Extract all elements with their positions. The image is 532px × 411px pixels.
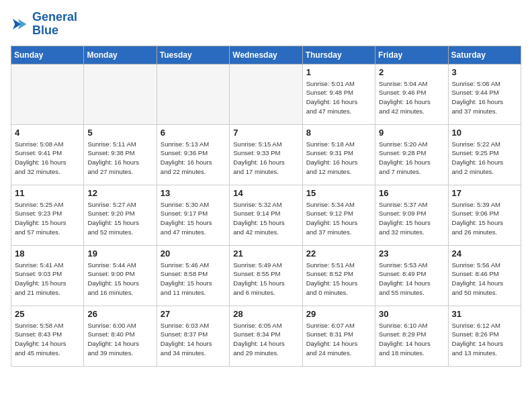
logo-text-line2: Blue [32, 24, 77, 38]
weekday-header: Saturday [448, 46, 521, 64]
day-info: Sunrise: 6:07 AM Sunset: 8:31 PM Dayligh… [306, 321, 371, 358]
day-cell: 30Sunrise: 6:10 AM Sunset: 8:29 PM Dayli… [375, 306, 448, 366]
day-info: Sunrise: 5:56 AM Sunset: 8:46 PM Dayligh… [452, 261, 517, 298]
day-number: 31 [452, 309, 517, 319]
weekday-header: Sunday [11, 46, 84, 64]
day-info: Sunrise: 5:37 AM Sunset: 9:09 PM Dayligh… [379, 200, 444, 237]
day-number: 25 [15, 309, 80, 319]
day-number: 16 [379, 188, 444, 198]
day-cell: 13Sunrise: 5:30 AM Sunset: 9:17 PM Dayli… [157, 185, 229, 245]
day-number: 18 [15, 248, 80, 259]
day-number: 1 [306, 67, 371, 77]
day-cell: 26Sunrise: 6:00 AM Sunset: 8:40 PM Dayli… [84, 306, 157, 366]
day-info: Sunrise: 5:32 AM Sunset: 9:14 PM Dayligh… [233, 200, 298, 237]
day-number: 8 [306, 128, 371, 138]
day-cell [157, 64, 229, 124]
day-number: 3 [452, 67, 517, 77]
day-info: Sunrise: 5:44 AM Sunset: 9:00 PM Dayligh… [87, 261, 152, 298]
day-number: 14 [233, 188, 298, 198]
day-info: Sunrise: 5:06 AM Sunset: 9:44 PM Dayligh… [452, 79, 517, 116]
day-info: Sunrise: 5:27 AM Sunset: 9:20 PM Dayligh… [87, 200, 152, 237]
day-cell: 15Sunrise: 5:34 AM Sunset: 9:12 PM Dayli… [302, 185, 375, 245]
day-number: 29 [306, 309, 371, 319]
day-cell: 3Sunrise: 5:06 AM Sunset: 9:44 PM Daylig… [448, 64, 521, 124]
day-info: Sunrise: 5:39 AM Sunset: 9:06 PM Dayligh… [452, 200, 517, 237]
day-cell: 31Sunrise: 6:12 AM Sunset: 8:26 PM Dayli… [448, 306, 521, 366]
page-header: General Blue [11, 11, 521, 38]
day-cell: 4Sunrise: 5:08 AM Sunset: 9:41 PM Daylig… [11, 124, 84, 185]
calendar-table: SundayMondayTuesdayWednesdayThursdayFrid… [11, 46, 521, 367]
day-info: Sunrise: 5:53 AM Sunset: 8:49 PM Dayligh… [379, 261, 444, 298]
day-info: Sunrise: 5:58 AM Sunset: 8:43 PM Dayligh… [15, 321, 80, 358]
logo-icon [11, 15, 30, 34]
day-number: 28 [233, 309, 298, 319]
day-cell: 14Sunrise: 5:32 AM Sunset: 9:14 PM Dayli… [230, 185, 302, 245]
day-number: 30 [379, 309, 444, 319]
day-cell: 29Sunrise: 6:07 AM Sunset: 8:31 PM Dayli… [302, 306, 375, 366]
day-cell: 8Sunrise: 5:18 AM Sunset: 9:31 PM Daylig… [302, 124, 375, 185]
weekday-header: Friday [375, 46, 448, 64]
day-number: 22 [306, 248, 371, 259]
day-info: Sunrise: 5:15 AM Sunset: 9:33 PM Dayligh… [233, 140, 298, 177]
logo-text-line1: General [32, 11, 77, 24]
day-info: Sunrise: 5:41 AM Sunset: 9:03 PM Dayligh… [15, 261, 80, 298]
day-number: 4 [15, 128, 80, 138]
day-cell: 27Sunrise: 6:03 AM Sunset: 8:37 PM Dayli… [157, 306, 229, 366]
weekday-header: Thursday [302, 46, 375, 64]
day-cell [11, 64, 84, 124]
day-info: Sunrise: 6:10 AM Sunset: 8:29 PM Dayligh… [379, 321, 444, 358]
day-cell: 7Sunrise: 5:15 AM Sunset: 9:33 PM Daylig… [230, 124, 302, 185]
day-number: 5 [87, 128, 152, 138]
day-cell: 18Sunrise: 5:41 AM Sunset: 9:03 PM Dayli… [11, 245, 84, 306]
day-cell: 17Sunrise: 5:39 AM Sunset: 9:06 PM Dayli… [448, 185, 521, 245]
day-cell: 9Sunrise: 5:20 AM Sunset: 9:28 PM Daylig… [375, 124, 448, 185]
day-number: 10 [452, 128, 517, 138]
day-info: Sunrise: 6:03 AM Sunset: 8:37 PM Dayligh… [161, 321, 226, 358]
day-number: 2 [379, 67, 444, 77]
day-number: 17 [452, 188, 517, 198]
day-cell: 16Sunrise: 5:37 AM Sunset: 9:09 PM Dayli… [375, 185, 448, 245]
day-number: 13 [161, 188, 226, 198]
week-row: 4Sunrise: 5:08 AM Sunset: 9:41 PM Daylig… [11, 124, 521, 185]
week-row: 11Sunrise: 5:25 AM Sunset: 9:23 PM Dayli… [11, 185, 521, 245]
day-info: Sunrise: 5:04 AM Sunset: 9:46 PM Dayligh… [379, 79, 444, 116]
day-cell: 22Sunrise: 5:51 AM Sunset: 8:52 PM Dayli… [302, 245, 375, 306]
day-number: 20 [161, 248, 226, 259]
day-cell: 19Sunrise: 5:44 AM Sunset: 9:00 PM Dayli… [84, 245, 157, 306]
week-row: 18Sunrise: 5:41 AM Sunset: 9:03 PM Dayli… [11, 245, 521, 306]
day-info: Sunrise: 5:46 AM Sunset: 8:58 PM Dayligh… [161, 261, 226, 298]
day-info: Sunrise: 5:01 AM Sunset: 9:48 PM Dayligh… [306, 79, 371, 116]
weekday-header: Monday [84, 46, 157, 64]
day-info: Sunrise: 5:20 AM Sunset: 9:28 PM Dayligh… [379, 140, 444, 177]
day-number: 7 [233, 128, 298, 138]
day-info: Sunrise: 5:51 AM Sunset: 8:52 PM Dayligh… [306, 261, 371, 298]
day-number: 15 [306, 188, 371, 198]
day-info: Sunrise: 6:12 AM Sunset: 8:26 PM Dayligh… [452, 321, 517, 358]
day-info: Sunrise: 5:22 AM Sunset: 9:25 PM Dayligh… [452, 140, 517, 177]
day-cell: 23Sunrise: 5:53 AM Sunset: 8:49 PM Dayli… [375, 245, 448, 306]
day-cell: 25Sunrise: 5:58 AM Sunset: 8:43 PM Dayli… [11, 306, 84, 366]
weekday-header: Wednesday [230, 46, 302, 64]
day-cell: 28Sunrise: 6:05 AM Sunset: 8:34 PM Dayli… [230, 306, 302, 366]
week-row: 1Sunrise: 5:01 AM Sunset: 9:48 PM Daylig… [11, 64, 521, 124]
day-info: Sunrise: 5:49 AM Sunset: 8:55 PM Dayligh… [233, 261, 298, 298]
day-info: Sunrise: 5:18 AM Sunset: 9:31 PM Dayligh… [306, 140, 371, 177]
day-cell: 12Sunrise: 5:27 AM Sunset: 9:20 PM Dayli… [84, 185, 157, 245]
day-cell: 20Sunrise: 5:46 AM Sunset: 8:58 PM Dayli… [157, 245, 229, 306]
day-cell [84, 64, 157, 124]
day-info: Sunrise: 6:00 AM Sunset: 8:40 PM Dayligh… [87, 321, 152, 358]
day-number: 12 [87, 188, 152, 198]
day-info: Sunrise: 5:34 AM Sunset: 9:12 PM Dayligh… [306, 200, 371, 237]
day-cell [230, 64, 302, 124]
day-number: 11 [15, 188, 80, 198]
day-number: 23 [379, 248, 444, 259]
day-cell: 24Sunrise: 5:56 AM Sunset: 8:46 PM Dayli… [448, 245, 521, 306]
day-cell: 6Sunrise: 5:13 AM Sunset: 9:36 PM Daylig… [157, 124, 229, 185]
day-info: Sunrise: 5:11 AM Sunset: 9:38 PM Dayligh… [87, 140, 152, 177]
day-cell: 11Sunrise: 5:25 AM Sunset: 9:23 PM Dayli… [11, 185, 84, 245]
day-number: 27 [161, 309, 226, 319]
day-cell: 2Sunrise: 5:04 AM Sunset: 9:46 PM Daylig… [375, 64, 448, 124]
day-info: Sunrise: 5:25 AM Sunset: 9:23 PM Dayligh… [15, 200, 80, 237]
weekday-header-row: SundayMondayTuesdayWednesdayThursdayFrid… [11, 46, 521, 64]
weekday-header: Tuesday [157, 46, 229, 64]
